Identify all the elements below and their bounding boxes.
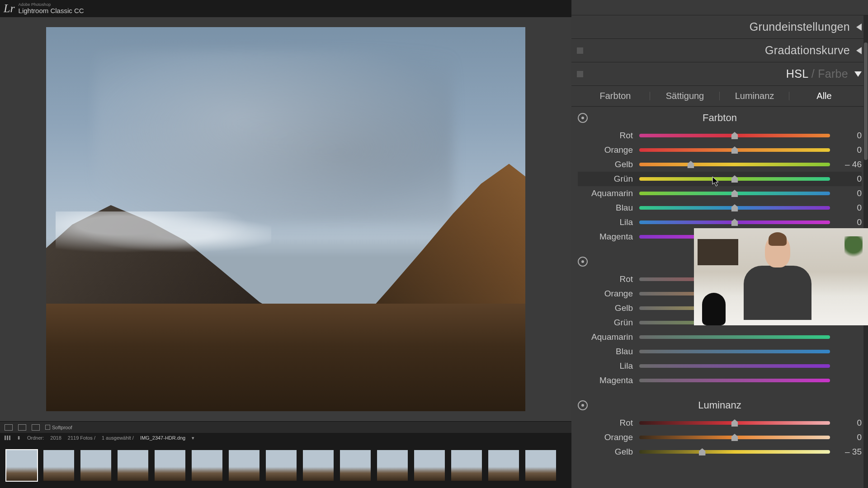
- target-adjust-icon[interactable]: [578, 257, 588, 267]
- panel-toggle-icon[interactable]: [577, 71, 583, 77]
- slider-handle[interactable]: [687, 161, 694, 168]
- panel-toggle-icon[interactable]: [577, 47, 583, 54]
- slider-handle[interactable]: [731, 190, 738, 197]
- slider-value[interactable]: 0: [836, 418, 862, 428]
- gradient-tool-icon[interactable]: [651, 1, 664, 14]
- lum-rot-slider[interactable]: Rot 0: [578, 416, 862, 430]
- radial-tool-icon[interactable]: [675, 1, 687, 14]
- slider-track[interactable]: [639, 192, 830, 195]
- slider-value[interactable]: – 46: [836, 160, 862, 169]
- thumbnail[interactable]: [302, 449, 335, 482]
- sat-aqua-slider[interactable]: Aquamarin: [578, 330, 862, 344]
- slider-track[interactable]: [639, 335, 830, 339]
- hue-orange-slider[interactable]: Orange 0: [578, 143, 862, 157]
- thumbnail[interactable]: [339, 449, 372, 482]
- thumbnail[interactable]: [154, 449, 186, 482]
- compare-icon[interactable]: [18, 424, 26, 431]
- tab-hue[interactable]: Farbton: [580, 87, 650, 105]
- target-adjust-icon[interactable]: [578, 400, 588, 410]
- filmstrip[interactable]: [0, 443, 571, 488]
- thumbnail[interactable]: [487, 449, 520, 482]
- hue-gruen-slider[interactable]: Grün 0: [578, 172, 862, 186]
- tonecurve-panel-header[interactable]: Gradationskurve: [571, 39, 868, 62]
- redeye-tool-icon[interactable]: [627, 1, 640, 14]
- thumbnail[interactable]: [524, 449, 557, 482]
- thumbnail[interactable]: [450, 449, 483, 482]
- softproof-toggle[interactable]: Softproof: [45, 425, 72, 430]
- slider-track[interactable]: [639, 177, 830, 181]
- filmstrip-info: ⬍ Ordner: 2018 2119 Fotos / 1 ausgewählt…: [0, 433, 571, 443]
- hue-blau-slider[interactable]: Blau 0: [578, 201, 862, 215]
- slider-track[interactable]: [639, 364, 830, 368]
- hsl-tabs: Farbton Sättigung Luminanz Alle: [571, 86, 868, 107]
- thumbnail[interactable]: [265, 449, 297, 482]
- slider-value[interactable]: 0: [836, 217, 862, 227]
- sat-blau-slider[interactable]: Blau: [578, 344, 862, 359]
- brush-tool-icon[interactable]: [698, 1, 711, 14]
- slider-handle[interactable]: [731, 219, 738, 226]
- tab-luminance[interactable]: Luminanz: [720, 87, 789, 105]
- slider-value[interactable]: 0: [836, 131, 862, 141]
- slider-value[interactable]: 0: [836, 174, 862, 184]
- collapse-icon: [856, 23, 862, 31]
- slider-handle[interactable]: [731, 132, 738, 139]
- main-photo: [46, 27, 525, 411]
- slider-value[interactable]: 0: [836, 188, 862, 198]
- grid-icon[interactable]: [5, 436, 10, 440]
- luminance-section: Luminanz Rot 0 Orange 0 Gelb – 35: [571, 394, 868, 465]
- slider-value[interactable]: 0: [836, 432, 862, 442]
- tab-all[interactable]: Alle: [789, 87, 859, 105]
- slider-handle[interactable]: [731, 419, 738, 427]
- crop-tool-icon[interactable]: [580, 1, 593, 14]
- slider-value[interactable]: 0: [836, 145, 862, 155]
- slider-handle[interactable]: [731, 146, 738, 154]
- slider-value[interactable]: – 35: [836, 447, 862, 457]
- hue-aqua-slider[interactable]: Aquamarin 0: [578, 186, 862, 201]
- target-adjust-icon[interactable]: [578, 113, 588, 123]
- slider-value[interactable]: 0: [836, 203, 862, 213]
- lum-orange-slider[interactable]: Orange 0: [578, 430, 862, 445]
- loupe-toolbar: Softproof: [0, 421, 571, 433]
- thumbnail[interactable]: [413, 449, 446, 482]
- basic-panel-header[interactable]: Grundeinstellungen: [571, 15, 868, 39]
- hue-lila-slider[interactable]: Lila 0: [578, 215, 862, 230]
- expand-icon: [854, 71, 862, 77]
- app-name: Lightroom Classic CC: [19, 7, 84, 14]
- thumbnail[interactable]: [42, 449, 75, 482]
- slider-handle[interactable]: [731, 175, 738, 183]
- survey-icon[interactable]: [32, 424, 40, 431]
- slider-track[interactable]: [639, 163, 830, 166]
- sat-lila-slider[interactable]: Lila: [578, 359, 862, 373]
- view-mode-icon[interactable]: [5, 424, 13, 431]
- slider-track[interactable]: [639, 450, 830, 454]
- spot-tool-icon[interactable]: [604, 1, 617, 14]
- slider-track[interactable]: [639, 206, 830, 210]
- slider-track[interactable]: [639, 379, 830, 382]
- thumbnail[interactable]: [191, 449, 223, 482]
- slider-track[interactable]: [639, 221, 830, 224]
- slider-handle[interactable]: [731, 204, 738, 211]
- hue-gelb-slider[interactable]: Gelb – 46: [578, 157, 862, 172]
- thumbnail[interactable]: [228, 449, 260, 482]
- hsl-panel-header[interactable]: HSL / Farbe: [571, 62, 868, 86]
- thumbnail[interactable]: [376, 449, 409, 482]
- preview-area[interactable]: [0, 17, 571, 421]
- sat-magenta-slider[interactable]: Magenta: [578, 373, 862, 388]
- lum-gelb-slider[interactable]: Gelb – 35: [578, 445, 862, 459]
- slider-track[interactable]: [639, 421, 830, 425]
- thumbnail[interactable]: [117, 449, 149, 482]
- tab-saturation[interactable]: Sättigung: [650, 87, 720, 105]
- app-logo: Lr: [4, 3, 15, 14]
- slider-handle[interactable]: [699, 448, 706, 455]
- title-bar: Lr Adobe Photoshop Lightroom Classic CC: [0, 0, 571, 17]
- filter-icon[interactable]: ⬍: [17, 435, 21, 441]
- slider-track[interactable]: [639, 436, 830, 439]
- thumbnail[interactable]: [80, 449, 112, 482]
- slider-track[interactable]: [639, 148, 830, 152]
- hue-rot-slider[interactable]: Rot 0: [578, 128, 862, 143]
- slider-track[interactable]: [639, 134, 830, 137]
- slider-handle[interactable]: [731, 434, 738, 441]
- scrollbar-thumb[interactable]: [864, 42, 868, 160]
- slider-track[interactable]: [639, 350, 830, 353]
- thumbnail[interactable]: [5, 449, 38, 482]
